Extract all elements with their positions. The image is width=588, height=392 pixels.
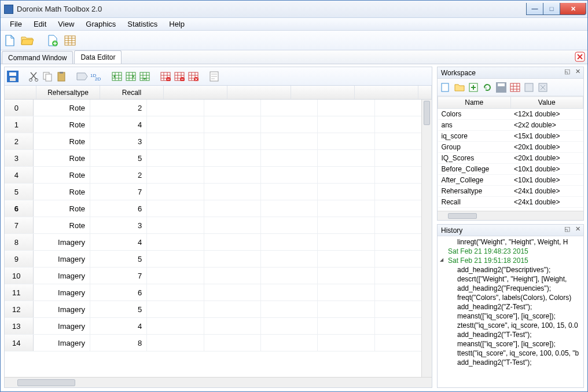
history-command[interactable]: add_heading2("Frequencies"); [440, 284, 581, 293]
table-row[interactable]: 10Imagery7 [5, 268, 432, 284]
workspace-row[interactable]: Group<20x1 double> [438, 142, 583, 153]
history-command[interactable]: add_heading2("Z-Test"); [440, 302, 581, 312]
insert-row-icon[interactable] [139, 71, 150, 82]
cell-empty[interactable] [261, 200, 318, 217]
cell-empty[interactable] [318, 116, 374, 133]
cell-empty[interactable] [318, 200, 374, 217]
col-header-blank[interactable] [164, 86, 227, 99]
delete-row-icon[interactable] [174, 71, 185, 82]
ws-new-icon[interactable] [440, 82, 451, 93]
col-header-blank[interactable] [355, 86, 418, 99]
cell-recall[interactable]: 4 [90, 318, 147, 334]
cell-rehersaltype[interactable]: Rote [34, 150, 90, 166]
dimension-icon[interactable]: 1D2D [90, 71, 102, 82]
hscroll-thumb[interactable] [17, 379, 75, 386]
menu-view[interactable]: View [52, 19, 80, 30]
row-index-cell[interactable]: 10 [5, 268, 34, 284]
row-index-cell[interactable]: 5 [5, 184, 34, 200]
workspace-row[interactable]: After_College<10x1 double> [438, 175, 583, 186]
cell-empty[interactable] [147, 268, 204, 284]
cell-recall[interactable]: 6 [90, 284, 147, 301]
cell-recall[interactable]: 7 [90, 268, 147, 284]
cell-rehersaltype[interactable]: Rote [34, 167, 90, 183]
cell-empty[interactable] [318, 234, 374, 250]
ws-hscroll-thumb[interactable] [448, 213, 477, 219]
cell-recall[interactable]: 6 [90, 200, 147, 217]
menu-edit[interactable]: Edit [28, 19, 52, 30]
cell-empty[interactable] [261, 284, 318, 301]
cell-empty[interactable] [204, 217, 261, 233]
copy-icon[interactable] [42, 71, 53, 82]
workspace-row[interactable]: IQ_Scores<20x1 double> [438, 153, 583, 164]
cell-empty[interactable] [204, 200, 261, 217]
cell-rehersaltype[interactable]: Rote [34, 133, 90, 149]
cell-empty[interactable] [261, 217, 318, 233]
cell-recall[interactable]: 8 [90, 335, 147, 351]
tab-close-icon[interactable] [575, 52, 585, 62]
table-row[interactable]: 1Rote4 [5, 116, 432, 133]
cell-empty[interactable] [261, 133, 318, 149]
cell-empty[interactable] [261, 251, 318, 267]
minimize-button[interactable]: — [526, 3, 543, 15]
cell-rehersaltype[interactable]: Imagery [34, 268, 90, 284]
cell-empty[interactable] [204, 335, 261, 351]
properties-icon[interactable] [208, 71, 220, 82]
cell-rehersaltype[interactable]: Rote [34, 116, 90, 133]
cell-empty[interactable] [318, 268, 374, 284]
cell-empty[interactable] [147, 184, 204, 200]
cell-empty[interactable] [147, 100, 204, 116]
cell-rehersaltype[interactable]: Imagery [34, 284, 90, 301]
cell-recall[interactable]: 4 [90, 116, 147, 133]
cell-empty[interactable] [261, 116, 318, 133]
grid-vscroll[interactable] [421, 100, 432, 377]
grid-body[interactable]: 0Rote21Rote42Rote33Rote54Rote25Rote76Rot… [5, 100, 432, 377]
ws-delete-icon[interactable] [537, 82, 549, 93]
ws-grid-icon[interactable] [509, 82, 521, 93]
data-table-icon[interactable] [63, 34, 77, 47]
grid-hscroll[interactable] [5, 377, 432, 387]
cell-empty[interactable] [147, 217, 204, 233]
panel-close-icon[interactable]: ✕ [573, 225, 582, 233]
table-row[interactable]: 5Rote7 [5, 184, 432, 200]
cell-empty[interactable] [318, 150, 374, 166]
history-session-header[interactable]: Sat Feb 21 19:51:18 2015 [440, 256, 581, 265]
menu-file[interactable]: File [4, 19, 28, 30]
table-row[interactable]: 6Rote6 [5, 200, 432, 217]
cell-rehersaltype[interactable]: Rote [34, 217, 90, 233]
row-index-cell[interactable]: 2 [5, 133, 34, 149]
paste-icon[interactable] [56, 71, 67, 82]
cell-recall[interactable]: 5 [90, 301, 147, 317]
cell-empty[interactable] [261, 335, 318, 351]
history-command[interactable]: add_heading2("Descriptives"); [440, 265, 581, 274]
cell-empty[interactable] [147, 335, 204, 351]
cut-icon[interactable] [28, 71, 39, 82]
cell-empty[interactable] [147, 284, 204, 301]
panel-undock-icon[interactable]: ◱ [563, 68, 572, 75]
menu-statistics[interactable]: Statistics [122, 19, 163, 30]
cell-empty[interactable] [261, 150, 318, 166]
new-file-icon[interactable] [3, 34, 17, 47]
cell-empty[interactable] [318, 301, 374, 317]
cell-rehersaltype[interactable]: Imagery [34, 301, 90, 317]
table-row[interactable]: 11Imagery6 [5, 284, 432, 301]
cell-empty[interactable] [318, 251, 374, 267]
workspace-row[interactable]: ans<2x2 double> [438, 120, 583, 131]
workspace-row[interactable]: Recall<24x1 double> [438, 197, 583, 208]
cell-recall[interactable]: 2 [90, 167, 147, 183]
col-header-0[interactable]: Rehersaltype [36, 86, 100, 99]
cell-empty[interactable] [261, 184, 318, 200]
cell-empty[interactable] [318, 318, 374, 334]
row-index-cell[interactable]: 7 [5, 217, 34, 233]
ws-open-icon[interactable] [454, 82, 465, 93]
cell-empty[interactable] [147, 116, 204, 133]
cell-empty[interactable] [261, 234, 318, 250]
cell-empty[interactable] [204, 116, 261, 133]
cell-recall[interactable]: 4 [90, 234, 147, 250]
cell-empty[interactable] [204, 167, 261, 183]
cell-empty[interactable] [261, 268, 318, 284]
workspace-row[interactable]: Rehersaltype<24x1 double> [438, 186, 583, 197]
tab-data-editor[interactable]: Data Editor [74, 50, 122, 64]
cell-empty[interactable] [147, 167, 204, 183]
insert-col-right-icon[interactable] [125, 71, 137, 82]
col-header-blank[interactable] [227, 86, 291, 99]
